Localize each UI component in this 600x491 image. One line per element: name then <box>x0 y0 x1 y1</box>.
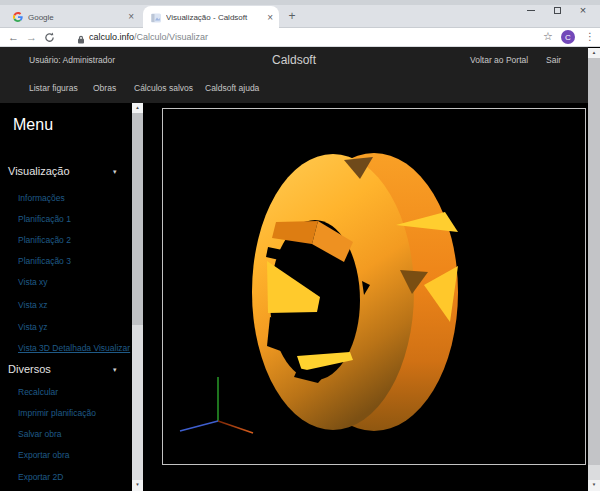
scrollbar-thumb[interactable] <box>588 58 600 465</box>
sidebar-item-exportar-2d[interactable]: Exportar 2D <box>18 472 63 482</box>
profile-avatar[interactable]: C <box>561 30 575 44</box>
section-visualizacao[interactable]: Visualização <box>8 165 70 177</box>
nav-caldsoft-ajuda[interactable]: Caldsoft ajuda <box>205 83 259 93</box>
sidebar-item-planificacao3[interactable]: Planificação 3 <box>18 256 71 266</box>
close-tab-icon[interactable]: × <box>267 13 273 23</box>
site-header: Usuário: Administrador Caldsoft Voltar a… <box>0 47 588 103</box>
menu-heading: Menu <box>13 116 53 134</box>
browser-menu-icon[interactable]: ⋮ <box>585 31 595 42</box>
minimize-button[interactable] <box>518 1 544 19</box>
close-tab-icon[interactable]: × <box>128 12 134 22</box>
close-icon: × <box>580 5 586 16</box>
scroll-up-button[interactable]: ▲ <box>132 103 143 113</box>
maximize-icon <box>554 7 561 14</box>
portal-link[interactable]: Voltar ao Portal <box>470 55 528 65</box>
sidebar-item-exportar-obra[interactable]: Exportar obra <box>18 450 70 460</box>
scroll-up-button[interactable]: ▲ <box>588 48 600 58</box>
nav-listar-figuras[interactable]: Listar figuras <box>29 83 78 93</box>
browser-window: Google × Visualização - Caldsoft × + × ←… <box>0 0 600 491</box>
page-favicon-icon <box>151 13 161 23</box>
tab-google[interactable]: Google × <box>5 6 140 28</box>
axis-triad <box>180 377 253 433</box>
sidebar-item-informacoes[interactable]: Informações <box>18 193 65 203</box>
url-domain: calculo.info <box>89 32 134 42</box>
window-frame-edge <box>0 0 600 5</box>
window-controls: × <box>518 1 596 19</box>
tab-strip: Google × Visualização - Caldsoft × + × <box>0 0 600 28</box>
minimize-icon <box>527 10 535 11</box>
brand-title: Caldsoft <box>272 53 316 67</box>
lock-icon[interactable] <box>77 33 85 48</box>
sidebar-item-planificacao2[interactable]: Planificação 2 <box>18 235 71 245</box>
sidebar-item-vista-xz[interactable]: Vista xz <box>18 300 48 310</box>
maximize-button[interactable] <box>544 1 570 19</box>
section-diversos[interactable]: Diversos <box>8 363 51 375</box>
address-bar[interactable]: calculo.info/Calculo/Visualizar <box>89 32 208 42</box>
scrollbar-thumb[interactable] <box>132 113 143 325</box>
sidebar-item-recalcular[interactable]: Recalcular <box>18 387 58 397</box>
chevron-down-icon: ▾ <box>113 168 117 176</box>
model-3d <box>163 109 585 464</box>
sidebar-scrollbar[interactable]: ▲ ▼ <box>132 103 143 491</box>
tab-title: Visualização - Caldsoft <box>166 13 267 22</box>
page-scrollbar[interactable]: ▲ ▼ <box>588 48 600 491</box>
sidebar-item-planificacao1[interactable]: Planificação 1 <box>18 214 71 224</box>
chevron-down-icon: ▾ <box>113 366 117 374</box>
sidebar-menu: Menu Visualização ▾ Informações Planific… <box>0 103 132 491</box>
tab-title: Google <box>28 13 128 22</box>
new-tab-button[interactable]: + <box>284 8 300 24</box>
scroll-down-button[interactable]: ▼ <box>588 480 600 491</box>
sidebar-item-vista-yz[interactable]: Vista yz <box>18 322 48 332</box>
scroll-down-button[interactable]: ▼ <box>132 480 143 491</box>
close-window-button[interactable]: × <box>570 1 596 19</box>
sidebar-item-salvar-obra[interactable]: Salvar obra <box>18 429 61 439</box>
logout-link[interactable]: Sair <box>546 55 561 65</box>
refresh-button[interactable] <box>44 32 55 47</box>
sidebar-item-vista-xy[interactable]: Vista xy <box>18 277 48 287</box>
url-path: /Calculo/Visualizar <box>134 32 208 42</box>
bookmark-star-icon[interactable]: ☆ <box>543 30 553 43</box>
nav-obras[interactable]: Obras <box>93 83 116 93</box>
back-button[interactable]: ← <box>8 30 19 45</box>
nav-calculos-salvos[interactable]: Cálculos salvos <box>134 83 193 93</box>
viewport-3d-canvas[interactable] <box>162 108 586 465</box>
forward-button[interactable]: → <box>26 30 37 45</box>
browser-toolbar: ← → calculo.info/Calculo/Visualizar ☆ C … <box>0 28 600 47</box>
sidebar-item-imprimir[interactable]: Imprimir planificação <box>18 408 96 418</box>
sidebar-item-vista-3d[interactable]: Vista 3D Detalhada Visualizar <box>18 343 130 353</box>
tab-caldsoft[interactable]: Visualização - Caldsoft × <box>143 6 279 29</box>
google-favicon-icon <box>13 12 23 22</box>
user-label: Usuário: Administrador <box>29 55 115 65</box>
